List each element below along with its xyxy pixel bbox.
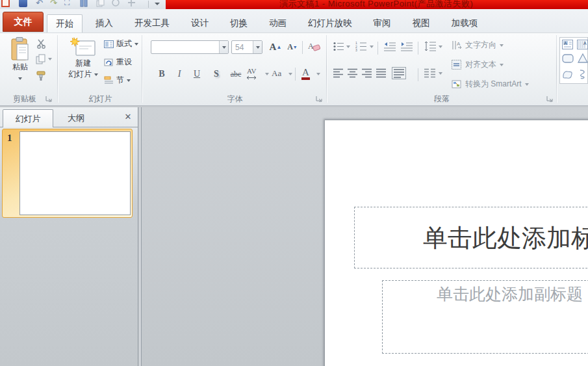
font-color-dropdown-icon — [316, 73, 320, 75]
tab-developer[interactable]: 开发工具 — [126, 14, 178, 33]
columns-button[interactable] — [424, 68, 436, 78]
grow-font-button[interactable]: A▲ — [268, 40, 283, 54]
panel-tabs: 幻灯片 大纲 ✕ — [0, 107, 138, 127]
character-spacing-button[interactable]: AV — [247, 67, 269, 81]
increase-indent-button[interactable] — [401, 42, 413, 51]
copy-button[interactable] — [36, 54, 46, 64]
bold-button[interactable]: B — [156, 67, 168, 81]
align-text-label: 对齐文本 — [465, 59, 496, 70]
separator — [302, 41, 303, 54]
cut-icon[interactable] — [36, 38, 47, 49]
align-text-dropdown-icon — [500, 64, 504, 66]
font-name-dropdown[interactable] — [219, 41, 228, 53]
tab-addins[interactable]: 加载项 — [443, 14, 487, 33]
qat-dropdown-icon[interactable] — [155, 3, 160, 5]
smartart-label: 转换为 SmartArt — [465, 79, 522, 90]
freeform-shape-icon[interactable] — [562, 70, 573, 79]
textbox-horizontal-icon[interactable]: A — [562, 40, 573, 49]
rounded-rectangle-shape-icon[interactable] — [562, 54, 574, 63]
slide-canvas[interactable]: 单击此处添加标题 单击此处添加副标题 — [325, 120, 588, 366]
align-text-button[interactable]: 对齐文本 — [452, 59, 504, 70]
new-slide-label-line1: 新建 — [65, 58, 101, 69]
copy-dropdown-icon[interactable] — [48, 58, 52, 60]
distribute-button[interactable] — [392, 67, 406, 79]
title-placeholder-text: 单击此处添加标题 — [423, 222, 588, 255]
font-name-combobox[interactable] — [151, 40, 229, 54]
window-title: 演示文稿1 - Microsoft PowerPoint(产品激活失败) — [279, 0, 473, 9]
tab-review[interactable]: 审阅 — [365, 14, 400, 33]
section-label: 节 — [116, 75, 124, 86]
tab-animations[interactable]: 动画 — [261, 14, 295, 33]
triangle-shape-icon[interactable] — [578, 53, 588, 63]
paste-label: 粘贴 — [6, 62, 34, 73]
paste-button[interactable]: 粘贴 — [6, 36, 34, 94]
move-icon[interactable] — [127, 0, 136, 7]
align-right-button[interactable] — [362, 68, 372, 78]
shrink-font-button[interactable]: A▼ — [285, 40, 300, 54]
bullets-dropdown-icon[interactable] — [346, 46, 350, 48]
tab-view[interactable]: 视图 — [404, 14, 439, 33]
justify-button[interactable] — [376, 68, 387, 78]
tab-design[interactable]: 设计 — [183, 14, 217, 33]
reset-icon — [104, 58, 114, 66]
slide-thumbnail-image[interactable] — [19, 131, 131, 215]
slide-thumbnail-selected[interactable]: 1 — [2, 129, 133, 218]
font-size-dropdown[interactable] — [253, 41, 262, 53]
separator — [295, 68, 296, 81]
line-spacing-button[interactable] — [424, 41, 436, 51]
font-size-combobox[interactable]: 54 — [231, 40, 262, 54]
app-icon[interactable] — [1, 0, 10, 7]
line-spacing-dropdown-icon[interactable] — [439, 46, 442, 48]
decrease-indent-button[interactable] — [384, 42, 396, 51]
new-slide-button[interactable]: 新建 幻灯片 — [65, 36, 101, 96]
font-color-button[interactable]: A — [301, 67, 320, 81]
clipboard-dialog-launcher-icon[interactable] — [45, 96, 53, 103]
panel-tab-slides[interactable]: 幻灯片 — [3, 109, 53, 127]
textbox-vertical-icon[interactable]: A — [577, 40, 588, 49]
columns-icon[interactable] — [80, 0, 88, 7]
svg-text:3: 3 — [355, 48, 357, 51]
tab-file[interactable]: 文件 — [3, 12, 44, 32]
convert-smartart-button[interactable]: 转换为 SmartArt — [452, 79, 529, 90]
text-shadow-button[interactable]: S — [211, 67, 222, 81]
layout-button[interactable]: 版式 — [104, 38, 138, 49]
clipboard-group-label: 剪贴板 — [0, 94, 49, 105]
change-case-button[interactable]: Aa — [272, 67, 292, 81]
redo-icon[interactable]: ↷ — [50, 0, 58, 7]
text-direction-button[interactable]: A 文字方向 — [452, 40, 504, 51]
undo-icon[interactable]: ↶ — [36, 0, 44, 7]
panel-splitter[interactable] — [139, 107, 142, 366]
text-direction-label: 文字方向 — [465, 40, 496, 51]
format-painter-icon[interactable] — [36, 71, 46, 81]
reset-button[interactable]: 重设 — [104, 57, 132, 68]
panel-close-icon[interactable]: ✕ — [122, 111, 134, 123]
columns-dropdown-icon[interactable] — [439, 72, 442, 75]
tab-slideshow[interactable]: 幻灯片放映 — [300, 14, 361, 33]
layout-label: 版式 — [116, 38, 132, 49]
numbering-dropdown-icon[interactable] — [370, 46, 374, 48]
title-placeholder[interactable]: 单击此处添加标题 — [354, 207, 588, 268]
bullets-button[interactable] — [333, 42, 344, 51]
tab-home[interactable]: 开始 — [47, 14, 83, 33]
separator — [418, 68, 418, 81]
clear-formatting-button[interactable]: A — [307, 40, 321, 53]
tab-insert[interactable]: 插入 — [87, 14, 121, 33]
tab-transitions[interactable]: 切换 — [222, 14, 256, 33]
paragraph-dialog-launcher-icon[interactable] — [546, 96, 554, 103]
save-icon[interactable] — [19, 0, 27, 7]
strikethrough-button[interactable]: abc — [227, 67, 244, 81]
scribble-shape-icon[interactable] — [578, 69, 588, 79]
numbering-button[interactable]: 123 — [355, 41, 367, 51]
align-center-button[interactable] — [348, 68, 358, 78]
subtitle-placeholder[interactable]: 单击此处添加副标题 — [382, 280, 588, 354]
underline-button[interactable]: U — [191, 67, 203, 81]
shape-icon[interactable] — [112, 0, 120, 7]
font-dialog-launcher-icon[interactable] — [316, 96, 324, 103]
slide-editing-area: 单击此处添加标题 单击此处添加副标题 — [139, 107, 588, 366]
panel-tab-outline[interactable]: 大纲 — [55, 109, 97, 127]
section-button[interactable]: 节 — [104, 75, 131, 86]
italic-button[interactable]: I — [174, 67, 185, 81]
align-left-button[interactable] — [333, 68, 344, 78]
copy-icon[interactable] — [96, 0, 105, 7]
open-icon[interactable]: ⛶ — [64, 0, 73, 7]
